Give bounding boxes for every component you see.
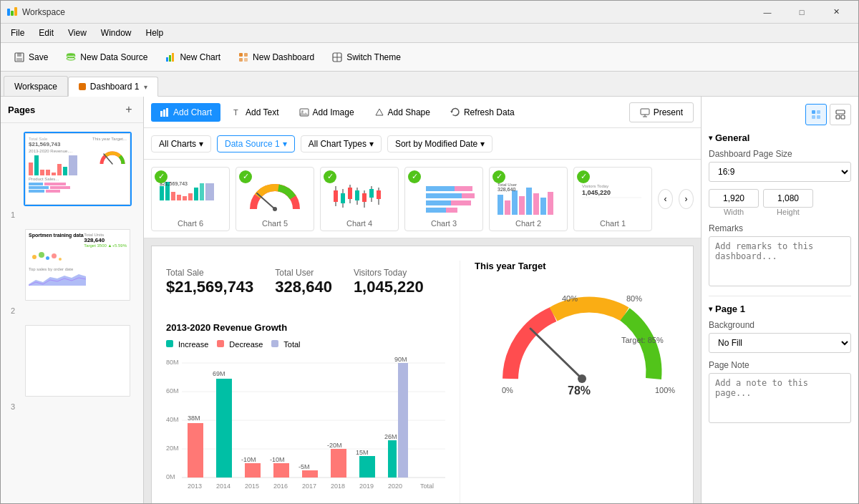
svg-rect-22 <box>160 111 162 117</box>
svg-point-82 <box>578 374 586 383</box>
page-note-textarea[interactable] <box>709 373 851 423</box>
sort-by-filter[interactable]: Sort by Modified Date ▾ <box>387 135 492 152</box>
chart-thumb-4[interactable]: ✓ <box>320 167 399 231</box>
background-select[interactable]: No Fill Color Image <box>709 333 851 353</box>
svg-rect-160 <box>817 115 820 119</box>
svg-text:80%: 80% <box>626 294 642 303</box>
dashboard-canvas[interactable]: Total Sale $21,569,743 Total User 328,64… <box>144 238 701 503</box>
panel-layout-button[interactable] <box>830 104 851 125</box>
svg-rect-2 <box>14 7 17 16</box>
total-sale-value: $21,569,743 <box>166 278 253 296</box>
data-source-filter[interactable]: Data Source 1 ▾ <box>217 135 295 152</box>
svg-text:2015: 2015 <box>245 483 259 490</box>
stats-section: Total Sale $21,569,743 Total User 328,64… <box>166 261 460 322</box>
svg-rect-36 <box>177 195 181 200</box>
menu-help[interactable]: Help <box>139 25 171 41</box>
add-page-button[interactable]: + <box>122 102 136 117</box>
total-sale-stat: Total Sale $21,569,743 <box>166 268 253 296</box>
new-dashboard-button[interactable]: New Dashboard <box>230 48 321 67</box>
add-shape-button[interactable]: Add Shape <box>366 103 439 122</box>
new-chart-button[interactable]: New Chart <box>157 48 228 67</box>
title-bar: Workspace — □ ✕ <box>1 1 858 24</box>
chart-thumb-6[interactable]: ✓ $21,569,743 Chart 6 <box>151 167 230 231</box>
page-3-thumb[interactable] <box>24 324 132 398</box>
general-section-header[interactable]: General <box>709 132 851 143</box>
switch-theme-button[interactable]: Switch Theme <box>324 48 408 67</box>
svg-rect-15 <box>244 53 248 57</box>
svg-text:69M: 69M <box>213 370 225 377</box>
page-2-thumb[interactable]: Sportmen training data Total Units 328,6… <box>24 228 132 302</box>
height-input[interactable] <box>763 189 813 208</box>
width-input[interactable] <box>709 189 759 208</box>
svg-rect-158 <box>817 110 820 114</box>
pages-panel: Pages + Total Sale$21,569,743 This year … <box>1 97 144 503</box>
dropdown-chevron-4: ▾ <box>480 139 485 149</box>
svg-text:-10M: -10M <box>270 456 285 463</box>
chart-thumb-2[interactable]: ✓ Total User 328,640 Chart 2 <box>489 167 568 231</box>
page1-section-header[interactable]: Page 1 <box>709 304 851 314</box>
main-layout: Pages + Total Sale$21,569,743 This year … <box>1 97 858 503</box>
svg-rect-17 <box>244 58 248 62</box>
chart-5-label: Chart 5 <box>262 219 288 228</box>
tab-dashboard[interactable]: Dashboard 1 ▾ <box>68 77 158 97</box>
svg-rect-67 <box>446 208 457 213</box>
remarks-textarea[interactable] <box>709 236 851 286</box>
stats-row: Total Sale $21,569,743 Total User 328,64… <box>166 261 460 311</box>
svg-text:2018: 2018 <box>331 483 345 490</box>
minimize-button[interactable]: — <box>751 1 784 24</box>
svg-rect-113 <box>388 440 397 478</box>
svg-text:Total: Total <box>420 483 434 490</box>
page-1-thumb[interactable]: Total Sale$21,569,743 This year Target..… <box>24 132 132 206</box>
gauge-svg: 0% 40% 80% 100% Target: 85% 78% <box>482 286 682 400</box>
revenue-chart-section: 2013-2020 Revenue Growth Increase Decrea… <box>166 322 460 501</box>
new-data-source-button[interactable]: New Data Source <box>58 48 155 67</box>
svg-rect-24 <box>166 108 168 117</box>
section-divider <box>709 296 851 296</box>
center-area: Add Chart T Add Text Add Image <box>144 97 701 503</box>
svg-rect-59 <box>426 186 455 191</box>
save-button[interactable]: Save <box>6 48 55 67</box>
chart-5-preview <box>243 180 307 218</box>
svg-rect-4 <box>17 53 21 57</box>
close-button[interactable]: ✕ <box>820 1 853 24</box>
tab-workspace[interactable]: Workspace <box>4 76 68 96</box>
present-button[interactable]: Present <box>629 102 694 122</box>
add-chart-button[interactable]: Add Chart <box>151 103 220 122</box>
legend-total: Total <box>271 340 300 349</box>
refresh-data-button[interactable]: Refresh Data <box>442 103 523 122</box>
chart-thumb-1[interactable]: ✓ Visitors Today 1,045,220 Chart 1 <box>573 167 652 231</box>
menu-view[interactable]: View <box>61 25 94 41</box>
chart-thumb-3[interactable]: ✓ Chart 3 <box>404 167 483 231</box>
charts-prev-button[interactable]: ‹ <box>658 189 673 209</box>
gender-chart-section: Product Sales by Gender Male Female <box>460 501 689 503</box>
chart-types-filter[interactable]: All Chart Types ▾ <box>301 135 382 152</box>
svg-rect-52 <box>355 190 359 200</box>
maximize-button[interactable]: □ <box>785 1 818 24</box>
svg-rect-157 <box>812 110 815 114</box>
svg-rect-64 <box>426 200 451 205</box>
charts-next-button[interactable]: › <box>679 189 694 209</box>
background-label: Background <box>709 320 851 330</box>
page-size-row: Dashboard Page Size 16:9 4:3 Letter Cust… <box>709 149 851 182</box>
svg-rect-41 <box>205 183 214 200</box>
add-image-button[interactable]: Add Image <box>291 103 363 122</box>
panel-properties-button[interactable] <box>805 104 827 125</box>
all-charts-filter[interactable]: All Charts ▾ <box>151 135 211 152</box>
svg-marker-29 <box>450 111 453 112</box>
menu-window[interactable]: Window <box>94 25 139 41</box>
svg-text:2016: 2016 <box>273 483 288 490</box>
width-label: Width <box>709 208 759 216</box>
menu-edit[interactable]: Edit <box>31 25 61 41</box>
chart-thumb-5[interactable]: ✓ Chart 5 <box>236 167 314 231</box>
tab-dropdown-icon[interactable]: ▾ <box>144 83 147 91</box>
svg-text:2013: 2013 <box>188 483 202 490</box>
add-text-button[interactable]: T Add Text <box>223 103 287 122</box>
panel-toggle-icons <box>709 104 851 125</box>
svg-text:15M: 15M <box>356 449 369 456</box>
chart-6-check: ✓ <box>155 170 168 183</box>
menu-file[interactable]: File <box>4 25 31 41</box>
layout-icon <box>835 109 846 120</box>
svg-rect-11 <box>166 57 168 62</box>
chart-6-label: Chart 6 <box>178 219 203 228</box>
page-size-select[interactable]: 16:9 4:3 Letter Custom <box>709 162 851 182</box>
